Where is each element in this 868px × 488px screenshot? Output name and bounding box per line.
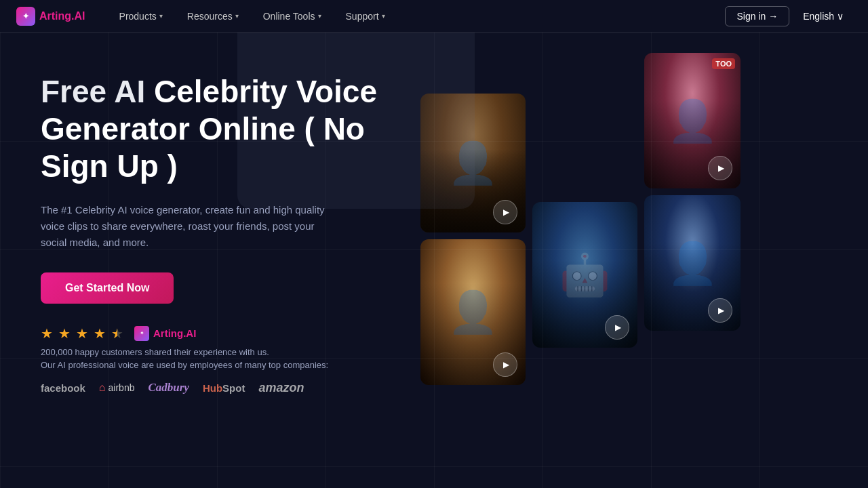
amazon-logo: amazon <box>258 381 304 395</box>
brand-icon: ✦ <box>134 326 149 341</box>
chevron-down-icon: ▾ <box>382 12 385 20</box>
nav-right: Sign in → English ∨ <box>725 6 852 26</box>
media-grid: 👤 👤 🤖 👤 <box>407 33 868 488</box>
partner-logos: facebook ⌂ airbnb Cadbury HubSpot amazon <box>41 381 420 395</box>
navbar: ✦ Arting.AI Products ▾ Resources ▾ Onlin… <box>0 0 868 33</box>
nav-links: Products ▾ Resources ▾ Online Tools ▾ Su… <box>107 0 726 33</box>
facebook-logo: facebook <box>41 382 85 394</box>
media-col-robot: 🤖 <box>532 202 637 348</box>
nav-tools-label: Online Tools <box>263 11 315 22</box>
media-col-right: 👤 TOO 👤 <box>644 53 741 331</box>
star-1: ★ <box>41 325 53 342</box>
logo-suffix: AI <box>75 10 85 22</box>
play-button-kanye[interactable] <box>493 200 517 224</box>
star-5-half: ★ ★ <box>111 325 123 342</box>
play-button-selena[interactable] <box>708 156 732 180</box>
partners-text: Our AI professional voice are used by em… <box>41 360 420 370</box>
chevron-down-icon: ▾ <box>235 12 239 20</box>
logo-icon: ✦ <box>16 7 35 26</box>
star-4: ★ <box>94 325 106 342</box>
logo-text: Arting.AI <box>39 10 85 22</box>
rating-row: ★ ★ ★ ★ ★ ★ ✦ Arting.AI <box>41 325 420 342</box>
language-selector[interactable]: English ∨ <box>795 7 852 26</box>
nav-resources-label: Resources <box>187 11 233 22</box>
nav-products-label: Products <box>119 11 157 22</box>
star-3: ★ <box>76 325 88 342</box>
hero-left: Free AI Celebrity Voice Generator Online… <box>0 33 448 488</box>
too-badge: TOO <box>712 58 735 69</box>
get-started-button[interactable]: Get Started Now <box>41 272 174 304</box>
rating-text: 200,000 happy customers shared their exp… <box>41 347 420 357</box>
chevron-down-icon: ▾ <box>159 12 163 20</box>
cadbury-logo: Cadbury <box>148 381 189 394</box>
nav-item-support[interactable]: Support ▾ <box>334 0 397 33</box>
chevron-down-icon: ▾ <box>318 12 321 20</box>
airbnb-text: airbnb <box>108 382 135 393</box>
nav-support-label: Support <box>346 11 379 22</box>
celebrity-card-robot[interactable]: 🤖 <box>532 202 637 348</box>
nav-item-online-tools[interactable]: Online Tools ▾ <box>251 0 334 33</box>
play-button-robot[interactable] <box>605 315 629 340</box>
hero-section: Free AI Celebrity Voice Generator Online… <box>0 33 868 488</box>
airbnb-icon: ⌂ <box>99 382 106 394</box>
nav-item-products[interactable]: Products ▾ <box>107 0 175 33</box>
hero-title: Free AI Celebrity Voice Generator Online… <box>41 73 420 186</box>
play-button-modi[interactable] <box>493 352 517 377</box>
sign-in-button[interactable]: Sign in → <box>725 6 789 26</box>
logo-prefix: Arting. <box>39 10 75 22</box>
celebrity-card-selena[interactable]: 👤 TOO <box>644 53 741 188</box>
nav-item-resources[interactable]: Resources ▾ <box>175 0 251 33</box>
brand-name: Arting.AI <box>153 327 196 339</box>
hero-title-highlight: Celebrity Voice Generator Online ( No Si… <box>41 74 377 184</box>
celebrity-card-trump[interactable]: 👤 <box>644 195 741 331</box>
star-2: ★ <box>58 325 71 342</box>
hubspot-logo: HubSpot <box>203 382 245 394</box>
logo[interactable]: ✦ Arting.AI <box>16 7 85 26</box>
hero-description: The #1 Celebrity AI voice generator, cre… <box>41 202 326 251</box>
play-button-trump[interactable] <box>708 298 732 323</box>
airbnb-logo: ⌂ airbnb <box>99 382 135 394</box>
brand-badge: ✦ Arting.AI <box>134 326 196 341</box>
